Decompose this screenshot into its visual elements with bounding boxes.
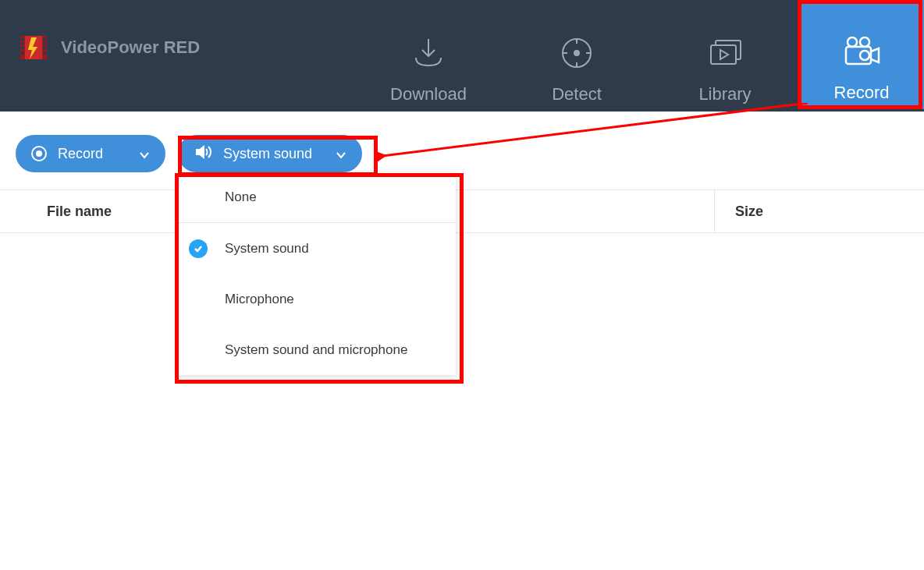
record-camera-icon xyxy=(840,30,883,73)
speaker-icon xyxy=(194,143,212,165)
sound-button-label: System sound xyxy=(223,146,312,162)
dropdown-item-none[interactable]: None xyxy=(178,172,456,223)
nav-tab-library[interactable]: Library xyxy=(651,23,799,112)
dropdown-item-system-and-mic[interactable]: System sound and microphone xyxy=(178,324,456,375)
svg-rect-3 xyxy=(21,37,24,41)
svg-point-12 xyxy=(574,51,579,55)
svg-rect-5 xyxy=(21,47,24,50)
library-icon xyxy=(703,31,747,75)
nav-tab-label: Library xyxy=(698,84,751,104)
record-button-label: Record xyxy=(58,146,103,162)
app-header: VideoPower RED Download xyxy=(0,0,924,112)
dropdown-item-label: System sound xyxy=(225,241,309,257)
nav-tab-detect[interactable]: Detect xyxy=(503,23,651,112)
svg-point-20 xyxy=(860,37,869,47)
dropdown-item-label: Microphone xyxy=(225,292,294,307)
app-logo-icon xyxy=(17,31,50,64)
svg-rect-10 xyxy=(43,51,46,55)
sound-source-button[interactable]: System sound xyxy=(178,135,362,172)
nav-tabs: Download Detect xyxy=(354,0,924,112)
app-title: VideoPower RED xyxy=(61,37,200,58)
svg-rect-9 xyxy=(43,47,46,50)
detect-icon xyxy=(555,31,599,75)
svg-rect-4 xyxy=(21,42,24,45)
record-button[interactable]: Record xyxy=(16,135,165,172)
logo-area: VideoPower RED xyxy=(0,31,200,64)
nav-tab-label: Record xyxy=(834,83,890,103)
svg-rect-18 xyxy=(711,45,736,64)
column-header-size: Size xyxy=(715,204,763,220)
nav-tab-label: Download xyxy=(390,84,467,104)
table-header: File name Size xyxy=(0,189,924,233)
svg-point-22 xyxy=(860,51,869,60)
svg-rect-21 xyxy=(846,47,871,64)
chevron-down-icon xyxy=(139,148,150,159)
svg-rect-8 xyxy=(43,42,46,45)
dropdown-item-label: System sound and microphone xyxy=(225,342,407,358)
svg-point-19 xyxy=(848,37,857,47)
svg-rect-6 xyxy=(21,51,24,55)
dropdown-item-label: None xyxy=(225,189,257,205)
nav-tab-label: Detect xyxy=(552,84,602,104)
dropdown-item-microphone[interactable]: Microphone xyxy=(178,274,456,324)
nav-tab-record[interactable]: Record xyxy=(799,0,924,109)
toolbar: Record System sound None xyxy=(0,112,924,189)
svg-rect-7 xyxy=(43,37,46,41)
sound-dropdown-menu: None System sound Microphone System soun… xyxy=(178,172,456,375)
checkmark-icon xyxy=(189,239,208,258)
download-icon xyxy=(407,31,450,75)
record-dot-icon xyxy=(31,146,47,161)
chevron-down-icon xyxy=(336,148,346,159)
nav-tab-download[interactable]: Download xyxy=(354,23,503,112)
dropdown-item-system-sound[interactable]: System sound xyxy=(178,223,456,274)
